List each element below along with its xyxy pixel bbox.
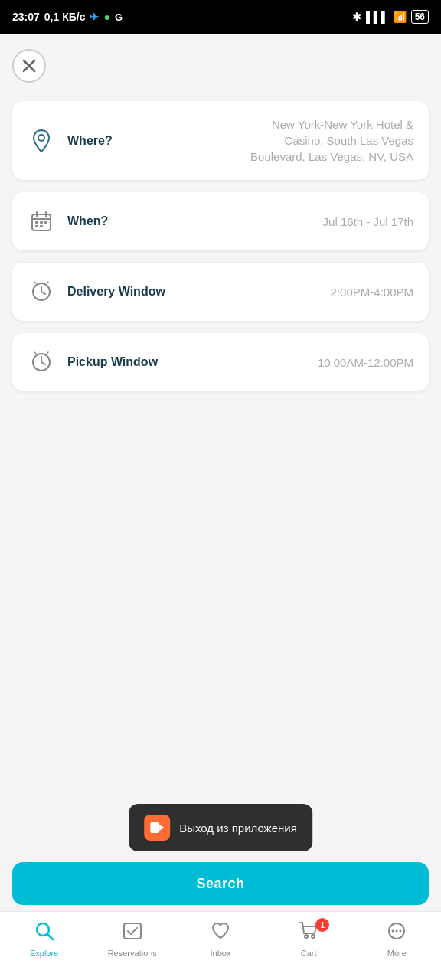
- svg-rect-8: [40, 221, 43, 224]
- svg-point-2: [38, 135, 44, 141]
- svg-line-20: [34, 352, 36, 354]
- toast-notification: Выход из приложения: [129, 804, 312, 851]
- main-content: Where? New York-New York Hotel & Casino,…: [0, 34, 441, 911]
- where-content: Where? New York-New York Hotel & Casino,…: [67, 116, 413, 165]
- when-label: When?: [67, 214, 108, 228]
- where-label: Where?: [67, 134, 113, 148]
- calendar-icon: [28, 207, 55, 235]
- signal-icon: ▌▌▌: [366, 11, 389, 23]
- bluetooth-icon: ✱: [352, 11, 361, 23]
- delivery-card[interactable]: Delivery Window 2:00PM-4:00PM: [12, 263, 429, 321]
- svg-rect-7: [35, 221, 38, 224]
- inbox-icon: [211, 921, 230, 946]
- location-icon: [28, 127, 55, 155]
- nav-item-explore[interactable]: Explore: [18, 921, 71, 958]
- svg-rect-22: [150, 822, 159, 833]
- cart-badge: 1: [315, 918, 329, 932]
- bottom-nav: Explore Reservations Inbox 1: [0, 911, 441, 980]
- svg-point-31: [396, 930, 398, 933]
- svg-line-21: [47, 352, 48, 354]
- explore-label: Explore: [30, 949, 58, 958]
- status-time: 23:07: [12, 11, 40, 23]
- toast-text: Выход из приложения: [179, 822, 297, 835]
- nav-item-cart[interactable]: 1 Cart: [282, 921, 335, 958]
- svg-point-30: [392, 930, 394, 933]
- delivery-clock-icon: [28, 278, 55, 305]
- reservations-icon: [122, 921, 142, 946]
- svg-rect-9: [44, 221, 47, 224]
- battery-indicator: 56: [411, 10, 429, 24]
- telegram-icon: ✈: [90, 11, 99, 23]
- pickup-content: Pickup Window 10:00AM-12:00PM: [67, 354, 413, 371]
- when-card[interactable]: When? Jul 16th - Jul 17th: [12, 192, 429, 250]
- green-dot-icon: ●: [103, 11, 109, 23]
- status-network: 0,1 КБ/с: [44, 11, 86, 23]
- status-bar: 23:07 0,1 КБ/с ✈ ● G ✱ ▌▌▌ 📶 56: [0, 0, 441, 34]
- delivery-value: 2:00PM-4:00PM: [331, 284, 413, 300]
- svg-line-25: [47, 934, 53, 939]
- svg-marker-23: [159, 825, 164, 831]
- pickup-label: Pickup Window: [67, 355, 158, 369]
- svg-point-28: [312, 935, 315, 938]
- where-card[interactable]: Where? New York-New York Hotel & Casino,…: [12, 101, 429, 180]
- nav-item-inbox[interactable]: Inbox: [194, 921, 247, 958]
- inbox-label: Inbox: [211, 949, 231, 958]
- wifi-icon: 📶: [394, 11, 407, 23]
- svg-line-14: [41, 292, 45, 294]
- status-right: ✱ ▌▌▌ 📶 56: [352, 10, 429, 24]
- cart-label: Cart: [301, 949, 317, 958]
- svg-point-32: [400, 930, 402, 933]
- reservations-label: Reservations: [108, 949, 157, 958]
- more-label: More: [387, 949, 407, 958]
- svg-rect-11: [40, 225, 43, 227]
- close-button[interactable]: [12, 49, 46, 83]
- close-icon: [22, 59, 36, 73]
- google-icon: G: [115, 11, 122, 23]
- where-value: New York-New York Hotel & Casino, South …: [230, 116, 413, 165]
- toast-video-icon: [144, 815, 170, 841]
- delivery-content: Delivery Window 2:00PM-4:00PM: [67, 284, 413, 300]
- svg-line-16: [47, 282, 48, 283]
- svg-point-27: [305, 935, 308, 938]
- svg-line-19: [41, 362, 45, 364]
- nav-item-more[interactable]: More: [370, 921, 423, 958]
- nav-item-reservations[interactable]: Reservations: [106, 921, 159, 958]
- when-value: Jul 16th - Jul 17th: [323, 214, 413, 230]
- delivery-label: Delivery Window: [67, 285, 165, 299]
- pickup-value: 10:00AM-12:00PM: [318, 354, 413, 371]
- svg-rect-10: [35, 225, 38, 227]
- svg-line-15: [34, 282, 36, 283]
- pickup-clock-icon: [28, 348, 55, 376]
- more-icon: [387, 921, 407, 946]
- svg-rect-26: [124, 923, 141, 939]
- explore-icon: [34, 921, 54, 946]
- pickup-card[interactable]: Pickup Window 10:00AM-12:00PM: [12, 333, 429, 391]
- when-content: When? Jul 16th - Jul 17th: [67, 214, 413, 230]
- search-button[interactable]: Search: [12, 862, 429, 905]
- status-left: 23:07 0,1 КБ/с ✈ ● G: [12, 11, 122, 23]
